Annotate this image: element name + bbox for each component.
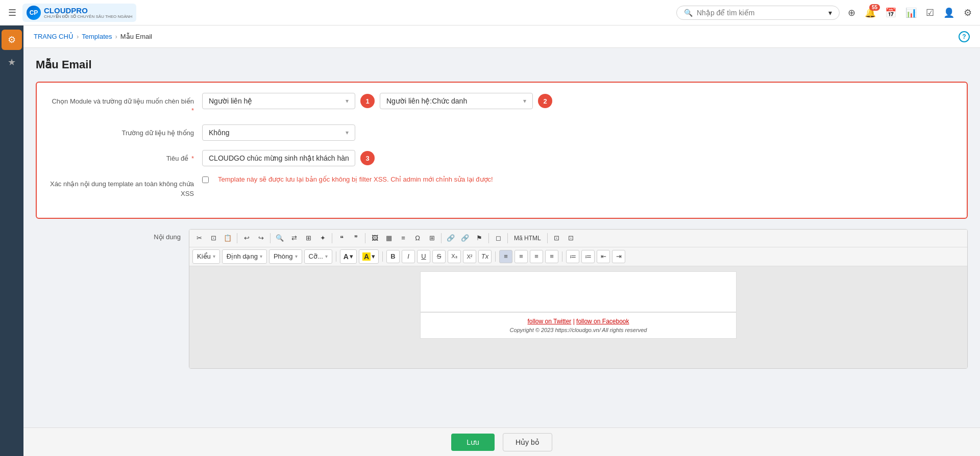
form-row-xss: Xác nhận nội dung template an toàn không… (49, 175, 954, 198)
editor-section: Nội dung ✂ ⊡ 📋 ↩ ↪ 🔍 ⇄ ⊞ ✦ ❝ (36, 229, 968, 369)
toolbar-image[interactable]: 🖼 (368, 232, 381, 245)
settings-icon[interactable]: ⚙ (964, 7, 972, 18)
form-controls-xss: Template này sẽ được lưu lại bản gốc khô… (202, 175, 954, 183)
indent-btn[interactable]: ⇥ (612, 250, 625, 263)
notification-icon[interactable]: 🔔 55 (865, 7, 876, 18)
bg-color-arrow (372, 252, 375, 260)
style-dropdown[interactable]: Kiểu (192, 249, 220, 264)
page-content: Mẫu Email Chọn Module và trường dữ liệu … (23, 48, 980, 379)
toolbar-blockquote2[interactable]: ❞ (349, 232, 362, 245)
toolbar-anchor[interactable]: ⚑ (473, 232, 486, 245)
outdent-btn[interactable]: ⇤ (597, 250, 610, 263)
breadcrumb-templates[interactable]: Templates (82, 33, 112, 40)
toolbar-maximize[interactable]: ⊡ (550, 232, 564, 245)
toolbar-pagebreak[interactable]: ⊞ (425, 232, 438, 245)
breadcrumb-home[interactable]: TRANG CHỦ (34, 33, 74, 40)
toolbar-cut[interactable]: ✂ (192, 232, 206, 245)
tasks-icon[interactable]: ☑ (926, 7, 934, 18)
calendar-icon[interactable]: 📅 (885, 7, 896, 18)
nav-icons: ⊕ 🔔 55 📅 📊 ☑ 👤 ⚙ (848, 7, 972, 18)
copyright-text: Copyright © 2023 https://cloudgo.vn/ All… (510, 327, 647, 333)
subscript-btn[interactable]: X₂ (448, 250, 461, 263)
toolbar-sep-8 (547, 233, 548, 243)
search-input[interactable] (697, 9, 824, 17)
field-dropdown-arrow (523, 97, 526, 105)
editor-body[interactable]: follow on Twitter | follow on Facebook C… (189, 266, 967, 368)
badge-1: 1 (360, 94, 375, 108)
font-label: Phòng (274, 252, 293, 260)
editor-toolbar-2: Kiểu Định dạng Phòng Cỡ... (189, 247, 967, 266)
toolbar-undo[interactable]: ↩ (240, 232, 253, 245)
breadcrumb-sep-1: › (77, 33, 79, 40)
subject-input[interactable] (202, 150, 355, 166)
user-icon[interactable]: 👤 (943, 7, 954, 18)
label-system: Trường dữ liệu hệ thống (49, 124, 202, 138)
toolbar-align[interactable]: ≡ (397, 232, 410, 245)
toolbar-link[interactable]: 🔗 (444, 232, 457, 245)
size-arrow (325, 254, 328, 259)
font-color-btn[interactable]: A (340, 249, 357, 264)
format-dropdown[interactable]: Định dạng (222, 249, 267, 264)
size-label: Cỡ... (309, 252, 323, 260)
search-bar[interactable]: 🔍 (676, 6, 840, 20)
toolbar-copy[interactable]: ⊡ (207, 232, 220, 245)
toolbar-sep-4 (365, 233, 365, 243)
strikethrough-btn[interactable]: S (432, 250, 446, 263)
font-dropdown[interactable]: Phòng (269, 249, 302, 264)
help-icon[interactable]: ? (959, 31, 970, 42)
form-controls-system: Không (202, 124, 954, 141)
toolbar-special-char[interactable]: Ω (411, 232, 424, 245)
size-dropdown[interactable]: Cỡ... (304, 249, 332, 264)
toolbar-sep-6 (488, 233, 489, 243)
ordered-list-btn[interactable]: ≔ (566, 250, 579, 263)
toolbar2-sep-2 (382, 251, 383, 262)
toolbar-blockquote[interactable]: ❝ (335, 232, 348, 245)
dashboard-icon[interactable]: 📊 (905, 7, 917, 18)
add-icon[interactable]: ⊕ (848, 7, 855, 18)
toolbar-table[interactable]: ▦ (382, 232, 396, 245)
unordered-list-btn[interactable]: ≔ (581, 250, 595, 263)
search-dropdown-arrow[interactable] (828, 9, 832, 17)
toolbar-paste[interactable]: 📋 (221, 232, 234, 245)
label-module: Chọn Module và trường dữ liệu muốn chèn … (49, 93, 202, 115)
align-center-btn[interactable]: ≡ (514, 250, 528, 263)
superscript-btn[interactable]: X² (463, 250, 476, 263)
form-card: Chọn Module và trường dữ liệu muốn chèn … (36, 82, 968, 219)
remove-format-btn[interactable]: Tx (478, 250, 492, 263)
toolbar-spellcheck[interactable]: ✦ (316, 232, 329, 245)
toolbar2-sep-3 (495, 251, 496, 262)
underline-btn[interactable]: U (417, 250, 430, 263)
facebook-link[interactable]: follow on Facebook (576, 318, 629, 325)
toolbar-unlink[interactable]: 🔗 (458, 232, 472, 245)
twitter-link[interactable]: follow on Twitter (527, 318, 571, 325)
field-dropdown[interactable]: Người liên hệ:Chức danh (380, 93, 533, 109)
align-right-btn[interactable]: ≡ (530, 250, 543, 263)
system-dropdown[interactable]: Không (202, 124, 355, 141)
sidebar-item-star[interactable]: ★ (2, 52, 22, 72)
toolbar-find[interactable]: 🔍 (273, 232, 286, 245)
toolbar-replace[interactable]: ⇄ (287, 232, 301, 245)
toolbar-sep-5 (441, 233, 442, 243)
menu-icon[interactable]: ☰ (8, 7, 16, 18)
editor-content-area[interactable] (420, 271, 737, 312)
style-label: Kiểu (197, 252, 211, 260)
toolbar-select-all[interactable]: ⊞ (302, 232, 315, 245)
toolbar-html[interactable]: Mã HTML (510, 232, 545, 245)
bg-color-btn[interactable]: A (359, 249, 379, 264)
logo: CP CLOUDPRO CHUYỂN ĐỔI SỐ CHUYÊN SÂU THE… (22, 4, 136, 22)
align-left-btn[interactable]: ≡ (499, 250, 512, 263)
toolbar-show-blocks[interactable]: ⊡ (565, 232, 578, 245)
breadcrumb-sep-2: › (115, 33, 117, 40)
sidebar-item-settings[interactable]: ⚙ (2, 30, 22, 50)
notification-badge: 55 (869, 4, 880, 11)
bold-btn[interactable]: B (386, 250, 400, 263)
toolbar-placeholder[interactable]: ◻ (492, 232, 505, 245)
align-justify-btn[interactable]: ≡ (545, 250, 558, 263)
style-arrow (213, 254, 215, 259)
toolbar-redo[interactable]: ↪ (254, 232, 267, 245)
italic-btn[interactable]: I (402, 250, 415, 263)
editor-footer-area: follow on Twitter | follow on Facebook C… (420, 312, 737, 339)
bg-color-icon: A (362, 252, 371, 261)
module-dropdown[interactable]: Người liên hệ (202, 93, 355, 109)
xss-checkbox[interactable] (202, 176, 209, 183)
